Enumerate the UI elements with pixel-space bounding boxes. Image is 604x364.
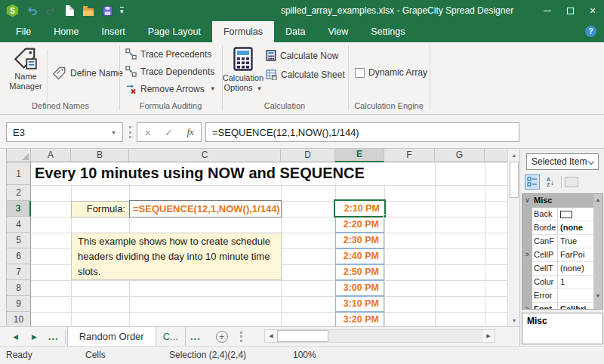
- column-header-d[interactable]: D: [281, 149, 335, 162]
- more-sheets-right[interactable]: ...: [186, 331, 205, 342]
- formula-input[interactable]: =SEQUENCE(12,1,NOW(),1/144): [205, 122, 519, 142]
- cancel-entry-icon[interactable]: ×: [144, 126, 151, 139]
- column-header-a[interactable]: A: [31, 149, 71, 162]
- property-category-row[interactable]: ∨ Misc ▲: [522, 194, 602, 208]
- vertical-scroll-thumb[interactable]: [510, 162, 519, 198]
- save-icon[interactable]: [101, 5, 113, 17]
- cell-b3-formula-label[interactable]: Formula:: [71, 201, 130, 217]
- row-header-1[interactable]: 1: [7, 162, 31, 185]
- selected-item-dropdown[interactable]: Selected Item: [526, 153, 599, 170]
- name-manager-button[interactable]: Name Manager: [5, 45, 47, 91]
- spreadsheet: A B C D E F G 1 2 3 4 5 6 7 8 9 10 Every…: [6, 149, 507, 326]
- property-row-font[interactable]: > Font Calibri: [522, 303, 602, 310]
- name-box[interactable]: E3 ▼: [6, 122, 123, 142]
- more-sheets-left[interactable]: ...: [44, 331, 63, 342]
- fill-handle[interactable]: [383, 214, 387, 218]
- cell-a1-title[interactable]: Every 10 minutes using NOW and SEQUENCE: [32, 162, 387, 184]
- cell-c3-formula-text[interactable]: =SEQUENCE(12,1,NOW(),1/144): [129, 200, 282, 217]
- add-sheet-icon[interactable]: +: [216, 331, 228, 343]
- row-header-5[interactable]: 5: [7, 233, 31, 248]
- row-header-7[interactable]: 7: [7, 264, 31, 280]
- vertical-scrollbar[interactable]: ▲ ▼: [507, 149, 519, 326]
- property-row-canfocus[interactable]: CanF True: [522, 235, 602, 248]
- column-header-e[interactable]: E: [335, 149, 384, 162]
- customize-toolbar-icon[interactable]: ▾: [120, 7, 124, 15]
- tab-formulas[interactable]: Formulas: [212, 21, 274, 42]
- tab-file[interactable]: File: [5, 21, 42, 42]
- scroll-left-icon[interactable]: ◀: [265, 330, 277, 342]
- tab-settings[interactable]: Settings: [359, 21, 416, 42]
- select-all-corner[interactable]: [7, 149, 31, 162]
- categorized-view-icon[interactable]: [525, 174, 540, 190]
- expand-property-icon[interactable]: >: [522, 248, 532, 262]
- column-header-f[interactable]: F: [384, 149, 435, 162]
- tab-insert[interactable]: Insert: [91, 21, 137, 42]
- expand-font-icon[interactable]: >: [522, 303, 532, 310]
- new-document-icon[interactable]: [63, 5, 76, 17]
- maximize-button[interactable]: [559, 0, 581, 21]
- scroll-down-icon[interactable]: ▼: [508, 314, 520, 326]
- confirm-entry-icon[interactable]: ✓: [165, 127, 173, 138]
- horizontal-scroll-thumb[interactable]: [277, 330, 328, 342]
- cell-e10[interactable]: 3:20 PM: [335, 312, 384, 326]
- remove-arrows-button[interactable]: Remove Arrows ▼: [125, 83, 216, 94]
- cell-e7[interactable]: 2:50 PM: [335, 264, 384, 280]
- cell-e6[interactable]: 2:40 PM: [335, 248, 384, 264]
- help-icon[interactable]: ?: [585, 26, 596, 37]
- next-sheet-icon[interactable]: ▶: [25, 333, 44, 341]
- row-header-2[interactable]: 2: [7, 185, 31, 201]
- scroll-right-icon[interactable]: ▶: [482, 330, 495, 342]
- insert-function-icon[interactable]: fx: [186, 126, 193, 138]
- close-button[interactable]: ×: [581, 0, 604, 21]
- cell-e8[interactable]: 3:00 PM: [335, 280, 384, 296]
- note-text-block[interactable]: This example shows how to create schedul…: [71, 233, 282, 280]
- collapse-category-icon[interactable]: ∨: [522, 194, 532, 208]
- property-row-border[interactable]: Borde (none: [522, 221, 602, 235]
- name-box-dropdown-icon[interactable]: ▼: [111, 130, 122, 135]
- calculation-options-button[interactable]: Calculation Options ▼: [222, 45, 264, 94]
- minimize-button[interactable]: [536, 0, 559, 21]
- row-header-6[interactable]: 6: [7, 248, 31, 264]
- column-header-b[interactable]: B: [71, 149, 129, 162]
- property-row-error[interactable]: Error ▼: [522, 289, 602, 303]
- trace-precedents-button[interactable]: Trace Precedents: [125, 48, 211, 60]
- cell-e3-selected[interactable]: 2:10 PM: [334, 199, 386, 217]
- grid-scroll-up-icon[interactable]: ▲: [593, 194, 602, 208]
- tab-home[interactable]: Home: [42, 21, 90, 42]
- column-header-c[interactable]: C: [129, 149, 281, 162]
- calculation-options-dropdown-icon[interactable]: ▼: [257, 85, 263, 92]
- define-name-button[interactable]: Define Name: [53, 66, 123, 80]
- calculate-now-button[interactable]: Calculate Now: [266, 50, 338, 61]
- cell-e5[interactable]: 2:30 PM: [335, 233, 384, 248]
- sheet-tab-next[interactable]: C...: [156, 327, 186, 347]
- redo-icon[interactable]: [45, 5, 57, 17]
- open-folder-icon[interactable]: [82, 5, 94, 17]
- calculate-sheet-button[interactable]: Calculate Sheet: [266, 69, 345, 80]
- property-row-backcolor[interactable]: Back: [522, 208, 602, 221]
- remove-arrows-dropdown-icon[interactable]: ▼: [210, 85, 216, 92]
- prev-sheet-icon[interactable]: ◀: [6, 333, 25, 341]
- tab-view[interactable]: View: [316, 21, 359, 42]
- tab-page-layout[interactable]: Page Layout: [137, 21, 212, 42]
- row-header-8[interactable]: 8: [7, 280, 31, 296]
- row-header-4[interactable]: 4: [7, 217, 31, 233]
- cell-e9[interactable]: 3:10 PM: [335, 296, 384, 312]
- row-header-10[interactable]: 10: [7, 312, 31, 326]
- trace-dependents-button[interactable]: Trace Dependents: [125, 66, 214, 77]
- alphabetical-sort-icon[interactable]: AZ ↓: [543, 174, 558, 190]
- dynamic-array-checkbox[interactable]: Dynamic Array: [355, 67, 427, 78]
- undo-icon[interactable]: [26, 5, 38, 17]
- property-row-celltype[interactable]: CellT (none): [522, 262, 602, 276]
- sheet-tab-random-order[interactable]: Random Order: [67, 327, 156, 347]
- column-header-g[interactable]: G: [435, 149, 485, 162]
- row-header-9[interactable]: 9: [7, 296, 31, 312]
- cell-e4[interactable]: 2:20 PM: [335, 217, 384, 233]
- scroll-up-icon[interactable]: ▲: [508, 149, 520, 161]
- checkbox-icon[interactable]: [355, 68, 365, 78]
- property-row-cellpadding[interactable]: > CellP FarPoi: [522, 248, 602, 262]
- tab-data[interactable]: Data: [274, 21, 316, 42]
- horizontal-scrollbar[interactable]: ◀ ▶: [264, 329, 495, 343]
- grid-scroll-down-icon[interactable]: ▼: [593, 289, 602, 303]
- row-header-3[interactable]: 3: [7, 201, 31, 217]
- property-row-column[interactable]: Colur 1: [522, 276, 602, 289]
